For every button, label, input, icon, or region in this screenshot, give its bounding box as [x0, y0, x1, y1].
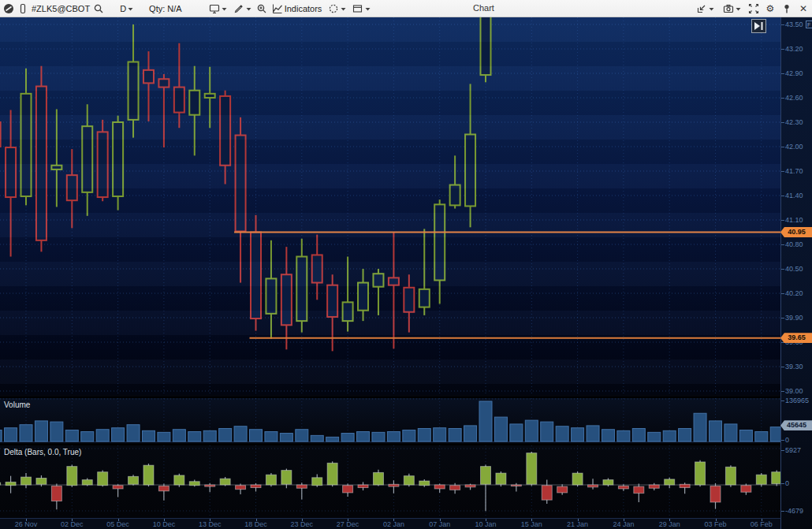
price-axis-label: 39.90	[785, 314, 803, 322]
close-icon[interactable]: ✕	[798, 3, 809, 14]
delta-bar	[572, 471, 583, 486]
fixed-scale-marker[interactable]: F	[806, 20, 812, 28]
time-axis-label: 06 Feb	[744, 520, 779, 528]
popout-button[interactable]	[695, 2, 716, 15]
price-axis-label: 40.50	[785, 265, 803, 273]
delta-min-label: -4679	[785, 507, 803, 515]
axis-tick	[781, 367, 784, 367]
delta-bar	[373, 470, 383, 486]
volume-bar	[572, 428, 584, 441]
delta-bar	[480, 464, 490, 511]
volume-bar	[81, 432, 94, 441]
go-to-latest-button[interactable]	[751, 19, 766, 33]
axis-tick	[781, 73, 784, 74]
delta-panel[interactable]: Delta (Bars, 0.0, True)	[0, 444, 780, 518]
trading-app-window: #ZLK5@CBOT D Qty: N/A	[0, 0, 812, 529]
time-axis-label: 26 Nov	[9, 520, 43, 528]
chevron-down-icon	[341, 3, 346, 14]
axis-tick	[781, 98, 784, 99]
gear-icon[interactable]: ⚙	[765, 3, 776, 14]
axis-tick	[781, 122, 784, 123]
volume-bar	[0, 430, 2, 441]
delta-bar	[98, 471, 108, 487]
interval-dropdown[interactable]: D	[118, 2, 135, 15]
delta-panel-label: Delta (Bars, 0.0, True)	[4, 448, 81, 456]
price-axis-label: 39.00	[785, 387, 803, 395]
axis-tick	[781, 220, 784, 221]
price-axis-label: 39.30	[785, 363, 803, 371]
delta-bar	[143, 464, 154, 486]
volume-bar	[449, 429, 461, 441]
volume-bar	[494, 417, 507, 441]
delta-max-label: 5927	[785, 446, 801, 454]
axis-tick	[781, 244, 784, 245]
volume-bar	[250, 430, 263, 441]
delta-bar	[51, 484, 61, 510]
interval-value: D	[120, 4, 126, 13]
snapshot-button[interactable]	[721, 2, 743, 15]
delta-bar	[266, 473, 276, 486]
zoom-in-icon[interactable]	[256, 3, 267, 14]
expand-icon[interactable]	[748, 3, 759, 14]
delta-bar	[113, 484, 123, 497]
delta-bar	[725, 465, 736, 487]
symbol-field[interactable]: #ZLK5@CBOT	[32, 4, 90, 13]
delta-bar	[6, 476, 16, 494]
price-axis-label: 43.20	[785, 45, 803, 53]
chevron-down-icon	[709, 3, 714, 14]
time-axis-label: 18 Dec	[239, 520, 274, 528]
volume-bar	[632, 429, 645, 441]
windows-button[interactable]	[351, 2, 372, 15]
volume-bar	[434, 428, 446, 441]
delta-bar	[189, 480, 199, 487]
instrument-icon[interactable]	[17, 3, 28, 14]
volume-bar	[525, 420, 538, 441]
volume-max-label: 136965	[785, 397, 809, 404]
volume-panel[interactable]: Volume	[0, 397, 780, 442]
time-axis[interactable]: 26 Nov02 Dec05 Dec10 Dec13 Dec18 Dec23 D…	[0, 518, 812, 529]
delta-bar	[129, 475, 139, 485]
display-settings-button[interactable]	[207, 2, 229, 15]
search-icon[interactable]	[93, 3, 104, 14]
volume-bar	[35, 421, 47, 441]
volume-bar	[663, 430, 676, 441]
delta-bar	[236, 484, 246, 494]
volume-bar	[142, 430, 155, 441]
delta-bar	[404, 474, 414, 486]
chevron-down-icon	[736, 3, 741, 14]
price-axis-label: 41.10	[785, 216, 803, 224]
chevron-down-icon	[222, 3, 227, 14]
price-panel[interactable]	[0, 17, 780, 395]
drawing-tools-button[interactable]	[232, 2, 253, 15]
volume-bar	[219, 429, 232, 441]
candle	[51, 109, 61, 207]
candle	[389, 232, 399, 348]
pin-icon[interactable]	[781, 3, 792, 14]
candle	[373, 269, 383, 315]
delta-bar	[710, 483, 721, 509]
time-axis-label: 02 Jan	[376, 520, 411, 528]
app-logo-icon[interactable]	[3, 3, 14, 14]
volume-bar	[403, 430, 415, 441]
camera-icon	[723, 3, 734, 14]
delta-bar	[312, 475, 322, 487]
volume-bar	[173, 430, 185, 441]
candle	[450, 155, 460, 208]
candle	[174, 43, 184, 128]
price-axis-column[interactable]: 43.50F43.2042.9042.6042.3042.0041.7041.4…	[780, 17, 812, 529]
qty-field[interactable]: Qty: N/A	[149, 4, 182, 13]
indicators-button[interactable]: Indicators	[270, 2, 324, 15]
delta-bar	[527, 452, 537, 486]
axis-tick	[781, 269, 784, 270]
crosshair-button[interactable]	[326, 2, 348, 15]
time-axis-label: 21 Jan	[561, 520, 595, 528]
volume-bar	[755, 432, 768, 441]
volume-bars-canvas	[0, 398, 780, 442]
time-axis-label: 02 Dec	[54, 520, 89, 528]
volume-bar	[158, 432, 170, 441]
axis-tick	[781, 483, 784, 484]
delta-bar	[542, 480, 552, 504]
price-axis-label: 43.50F	[785, 20, 812, 28]
delta-zero-label: 0	[785, 479, 789, 487]
delta-bar	[695, 460, 706, 486]
